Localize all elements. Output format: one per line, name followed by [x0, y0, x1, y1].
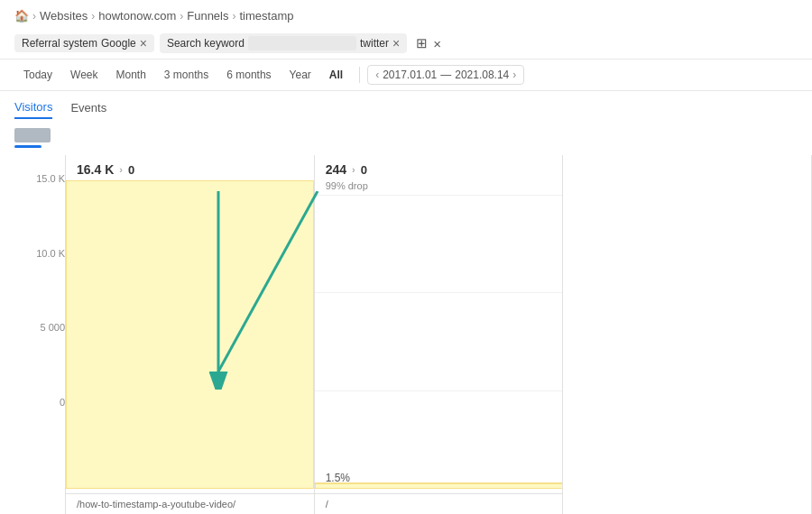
y-label-5k: 5 000 [14, 322, 65, 333]
step1-funnel-svg [66, 180, 314, 489]
step1-next-value: 0 [128, 163, 134, 177]
filter-bar: Referral system Google × Search keyword … [0, 28, 812, 60]
breadcrumb-sep-2: › [180, 10, 183, 23]
chart-layout: 15.0 K 10.0 K 5 000 0 16.4 K › 0 [0, 155, 812, 514]
time-btn-year[interactable]: Year [281, 65, 320, 85]
filter-tag-referral-value: Google [101, 37, 136, 50]
step1-bar-area [66, 180, 314, 514]
segment-row [0, 124, 812, 155]
breadcrumb-timestamp[interactable]: timestamp [239, 9, 293, 23]
funnel-step-3-empty [562, 155, 812, 514]
filter-tag-referral-label: Referral system [22, 37, 97, 50]
time-btn-3months[interactable]: 3 months [155, 65, 217, 85]
svg-marker-1 [315, 483, 563, 489]
step2-drop-info: 99% drop [315, 180, 563, 195]
breadcrumb-sep-0: › [32, 10, 36, 23]
main-content: 15.0 K 10.0 K 5 000 0 16.4 K › 0 [0, 155, 812, 514]
y-label-10k: 10.0 K [14, 248, 65, 259]
page: 🏠 › Websites › howtonow.com › Funnels › … [0, 0, 812, 514]
y-axis: 15.0 K 10.0 K 5 000 0 [14, 173, 65, 426]
date-range-end: 2021.08.14 [455, 69, 509, 81]
table-view-icon[interactable]: ⊞ [416, 35, 428, 51]
date-range[interactable]: ‹ 2017.01.01 — 2021.08.14 › [367, 65, 524, 85]
step1-label: /how-to-timestamp-a-youtube-video/ [66, 493, 314, 514]
filter-tag-search-keyword: Search keyword twitter × [160, 33, 407, 53]
filter-tag-search-keyword-label: Search keyword [167, 37, 245, 50]
breadcrumb: 🏠 › Websites › howtonow.com › Funnels › … [0, 0, 812, 28]
step2-next-value: 0 [361, 163, 367, 177]
date-range-next-icon[interactable]: › [512, 69, 516, 81]
step1-metric: 16.4 K › 0 [66, 155, 314, 180]
step2-percentage: 1.5% [326, 472, 350, 484]
time-bar: Today Week Month 3 months 6 months Year … [0, 60, 812, 91]
step2-bar-area: 1.5% [315, 195, 563, 514]
filter-icons: ⊞ × [416, 35, 441, 51]
segment-block-container [14, 128, 51, 148]
filter-tag-referral-close[interactable]: × [140, 37, 147, 50]
svg-marker-0 [66, 180, 314, 489]
step2-metric: 244 › 0 [315, 155, 563, 180]
y-label-0: 0 [14, 397, 65, 408]
tab-events[interactable]: Events [70, 101, 106, 118]
time-btn-week[interactable]: Week [61, 65, 106, 85]
filter-tag-search-keyword-close[interactable]: × [392, 37, 400, 50]
step1-arrow: › [119, 164, 123, 175]
funnel-step-2: 244 › 0 99% drop [314, 155, 563, 514]
date-range-start: 2017.01.01 [383, 69, 437, 81]
time-divider [359, 67, 360, 83]
filter-close-icon[interactable]: × [433, 36, 441, 51]
metric-tabs: Visitors Events [0, 91, 812, 124]
funnel-steps-wrapper: 16.4 K › 0 [65, 155, 812, 514]
step2-label: / [315, 493, 563, 514]
funnel-step-1: 16.4 K › 0 [65, 155, 314, 514]
date-range-dash: — [440, 69, 451, 81]
breadcrumb-websites[interactable]: Websites [40, 9, 88, 23]
y-label-15k: 15.0 K [14, 173, 65, 184]
search-keyword-input[interactable] [248, 36, 356, 50]
home-icon[interactable]: 🏠 [14, 9, 29, 23]
step2-arrow: › [352, 164, 355, 175]
tab-visitors[interactable]: Visitors [14, 100, 52, 119]
filter-tag-twitter-value: twitter [360, 37, 389, 50]
step2-funnel-svg [315, 195, 563, 489]
date-range-prev-icon[interactable]: ‹ [375, 69, 379, 81]
time-btn-6months[interactable]: 6 months [217, 65, 280, 85]
breadcrumb-sep-1: › [91, 10, 95, 23]
segment-block [14, 128, 51, 142]
step1-value: 16.4 K [77, 162, 114, 177]
time-btn-all[interactable]: All [320, 65, 352, 85]
segment-line [14, 145, 42, 148]
time-btn-month[interactable]: Month [107, 65, 155, 85]
breadcrumb-domain[interactable]: howtonow.com [98, 9, 176, 23]
step2-value: 244 [326, 162, 346, 177]
breadcrumb-funnels[interactable]: Funnels [187, 9, 228, 23]
breadcrumb-sep-3: › [232, 10, 235, 23]
filter-tag-referral[interactable]: Referral system Google × [14, 34, 154, 52]
time-btn-today[interactable]: Today [14, 65, 61, 85]
